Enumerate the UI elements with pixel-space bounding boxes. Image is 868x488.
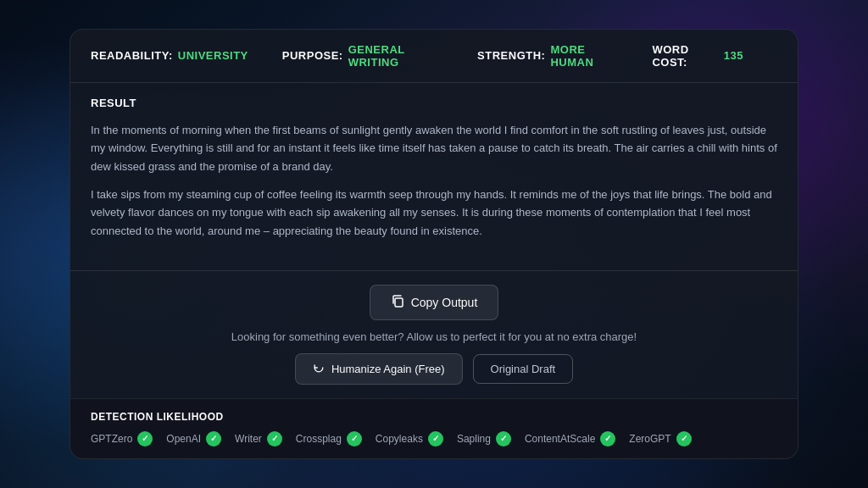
- detection-item-name: GPTZero: [91, 433, 132, 445]
- strength-item: STRENGTH: MORE HUMAN: [477, 43, 618, 69]
- divider: [70, 270, 798, 271]
- detection-items: GPTZeroOpenAIWriterCrossplagCopyleaksSap…: [91, 431, 777, 446]
- check-icon: [496, 431, 511, 446]
- wordcost-item: WORD COST: 135: [652, 43, 743, 69]
- detection-item: ZeroGPT: [629, 431, 691, 446]
- result-paragraph-2: I take sips from my steaming cup of coff…: [91, 186, 777, 240]
- result-paragraph-1: In the moments of morning when the first…: [91, 121, 777, 175]
- detection-item: GPTZero: [91, 431, 153, 446]
- check-icon: [206, 431, 221, 446]
- original-draft-label: Original Draft: [491, 363, 556, 375]
- humanize-again-label: Humanize Again (Free): [331, 363, 445, 375]
- wordcost-value: 135: [724, 49, 743, 62]
- detection-label: DETECTION LIKELIHOOD: [91, 411, 777, 423]
- check-icon: [347, 431, 362, 446]
- detection-item-name: Crossplag: [296, 433, 342, 445]
- original-draft-button[interactable]: Original Draft: [473, 354, 574, 384]
- strength-value: MORE HUMAN: [550, 43, 618, 69]
- check-icon: [428, 431, 443, 446]
- result-label: RESULT: [91, 97, 777, 109]
- detection-item-name: ContentAtScale: [525, 433, 595, 445]
- check-icon: [137, 431, 153, 446]
- detection-item: OpenAI: [166, 431, 221, 446]
- detection-item: Sapling: [457, 431, 511, 446]
- result-text: In the moments of morning when the first…: [91, 121, 777, 241]
- promo-text: Looking for something even better? Allow…: [231, 330, 637, 343]
- svg-rect-0: [395, 298, 403, 307]
- copy-icon: [391, 294, 404, 311]
- wordcost-label: WORD COST:: [652, 43, 718, 69]
- check-icon: [676, 431, 692, 446]
- detection-area: DETECTION LIKELIHOOD GPTZeroOpenAIWriter…: [70, 398, 798, 458]
- copy-output-button[interactable]: Copy Output: [370, 285, 499, 320]
- purpose-value: GENERAL WRITING: [348, 43, 443, 69]
- check-icon: [600, 431, 615, 446]
- refresh-icon: [313, 362, 325, 376]
- actions-area: Copy Output Looking for something even b…: [70, 285, 798, 398]
- detection-item-name: Writer: [235, 433, 262, 445]
- top-bar: READABILITY: UNIVERSITY PURPOSE: GENERAL…: [70, 30, 798, 83]
- check-icon: [267, 431, 282, 446]
- humanize-again-button[interactable]: Humanize Again (Free): [295, 353, 463, 385]
- readability-item: READABILITY: UNIVERSITY: [91, 49, 248, 62]
- purpose-label: PURPOSE:: [282, 49, 343, 62]
- strength-label: STRENGTH:: [477, 49, 545, 62]
- detection-item: Copyleaks: [376, 431, 443, 446]
- content-area: RESULT In the moments of morning when th…: [70, 83, 798, 258]
- detection-item-name: Copyleaks: [376, 433, 423, 445]
- readability-value: UNIVERSITY: [178, 49, 248, 62]
- detection-item-name: Sapling: [457, 433, 491, 445]
- secondary-actions: Humanize Again (Free) Original Draft: [295, 353, 573, 385]
- purpose-item: PURPOSE: GENERAL WRITING: [282, 43, 443, 69]
- detection-item: Crossplag: [296, 431, 362, 446]
- detection-item-name: ZeroGPT: [629, 433, 670, 445]
- detection-item: ContentAtScale: [525, 431, 615, 446]
- detection-item-name: OpenAI: [166, 433, 201, 445]
- readability-label: READABILITY:: [91, 49, 173, 62]
- main-card: READABILITY: UNIVERSITY PURPOSE: GENERAL…: [70, 29, 798, 460]
- copy-output-label: Copy Output: [411, 296, 478, 309]
- detection-item: Writer: [235, 431, 282, 446]
